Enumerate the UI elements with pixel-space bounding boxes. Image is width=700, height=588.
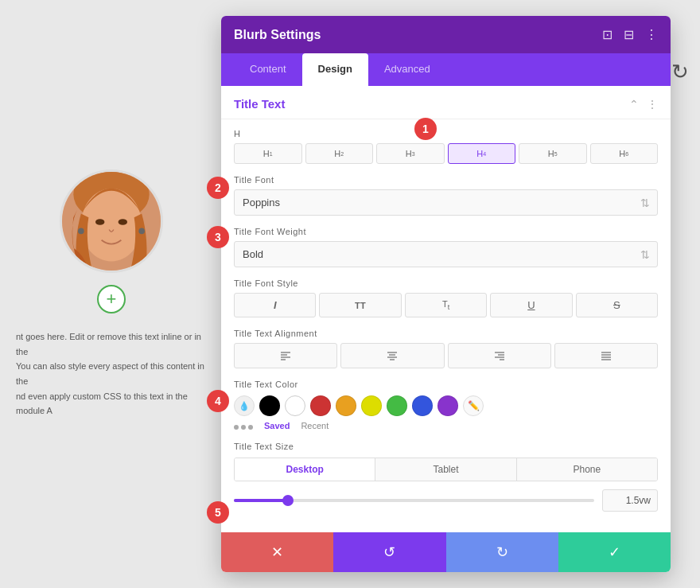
color-black[interactable] [259,395,280,416]
color-orange[interactable] [336,395,356,416]
title-text-size-row: Title Text Size Desktop Tablet Phone [234,442,658,512]
title-text-size-label: Title Text Size [234,442,658,451]
section-icons: ⌃ ⋮ [629,98,658,111]
confirm-button[interactable]: ✓ [558,532,671,572]
redo-icon: ↻ [496,543,508,561]
color-white[interactable] [285,395,305,416]
svg-point-5 [78,228,84,235]
header-icons: ⊡ ⊟ ⋮ [602,27,658,42]
title-text-alignment-row: Title Text Alignment [234,329,658,368]
align-justify-button[interactable] [554,343,658,368]
title-text-color-row: Title Text Color 💧 ✏️ [234,380,658,430]
panel-body: Title Text ⌃ ⋮ H H1 H2 H3 H4 H5 H6 [221,86,671,532]
title-font-style-row: Title Font Style I TT Tt U S [234,278,658,317]
confirm-icon: ✓ [609,543,620,561]
background-blurb-text: nt goes here. Edit or remove this text i… [16,329,207,419]
svg-point-6 [138,228,145,235]
saved-tab[interactable]: Saved [264,421,290,430]
align-right-button[interactable] [448,343,551,368]
device-tabs: Desktop Tablet Phone [234,458,658,481]
svg-point-2 [81,189,142,262]
step-badge-1: 1 [414,118,437,140]
h5-button[interactable]: H5 [519,143,587,164]
h4-button[interactable]: H4 [448,143,516,164]
heading-buttons: H1 H2 H3 H4 H5 H6 [234,143,658,164]
tab-content[interactable]: Content [234,53,302,86]
tab-design[interactable]: Design [302,53,368,86]
title-font-weight-select[interactable]: Bold [234,241,658,267]
heading-level-label: H [234,129,658,138]
avatar [60,169,163,273]
panel-title: Blurb Settings [234,28,321,42]
step-badge-5: 5 [207,501,229,524]
svg-point-3 [95,219,104,225]
section-more-icon[interactable]: ⋮ [647,98,658,111]
uppercase-button[interactable]: TT [319,293,401,317]
h3-button[interactable]: H3 [376,143,445,164]
slider-thumb[interactable] [282,495,294,506]
step-badge-3: 3 [207,226,229,248]
h6-button[interactable]: H6 [590,143,659,164]
more-icon[interactable]: ⋮ [645,27,658,42]
title-font-row: Title Font Poppins ⇅ [234,175,658,216]
align-center-button[interactable] [340,343,444,368]
fullscreen-icon[interactable]: ⊡ [602,27,612,42]
title-font-weight-select-wrapper: Bold ⇅ [234,241,658,267]
title-font-select[interactable]: Poppins [234,189,658,216]
form-body: H H1 H2 H3 H4 H5 H6 Title Font Poppins [221,119,671,532]
cancel-button[interactable]: ✕ [221,532,333,572]
section-header: Title Text ⌃ ⋮ [221,86,671,119]
slider-row [234,489,658,512]
step-badge-4: 4 [207,390,229,412]
eyedropper-button[interactable]: 💧 [234,395,255,416]
italic-button[interactable]: I [234,293,316,317]
title-font-label: Title Font [234,175,658,185]
background-content: + nt goes here. Edit or remove this text… [0,0,223,588]
reset-button[interactable]: ↺ [333,532,445,572]
color-red[interactable] [310,395,331,416]
grid-icon[interactable]: ⊟ [624,27,634,42]
phone-tab[interactable]: Phone [517,458,657,481]
color-pen[interactable]: ✏️ [463,395,484,416]
bottom-bar: ✕ ↺ ↻ ✓ [221,532,671,572]
collapse-icon[interactable]: ⌃ [629,98,639,111]
more-colors-dots[interactable] [234,425,253,430]
title-text-color-label: Title Text Color [234,380,658,389]
recent-tab[interactable]: Recent [301,421,329,430]
title-text-alignment-label: Title Text Alignment [234,329,658,338]
color-green[interactable] [387,395,407,416]
underline-button[interactable]: U [490,293,572,317]
reset-icon: ↺ [383,543,395,561]
slider-value-input[interactable] [602,489,658,512]
strikethrough-button[interactable]: S [576,293,658,317]
blurb-settings-panel: Blurb Settings ⊡ ⊟ ⋮ Content Design Adva… [221,16,671,572]
slider-track[interactable] [234,499,594,502]
style-buttons: I TT Tt U S [234,293,658,317]
capitalize-button[interactable]: Tt [405,293,487,317]
heading-level-row: H H1 H2 H3 H4 H5 H6 [234,129,658,164]
cancel-icon: ✕ [271,543,283,561]
align-left-button[interactable] [234,343,337,368]
h2-button[interactable]: H2 [305,143,374,164]
panel-header: Blurb Settings ⊡ ⊟ ⋮ [221,16,671,53]
color-swatches: 💧 ✏️ [234,395,658,416]
color-purple[interactable] [438,395,458,416]
tab-advanced[interactable]: Advanced [368,53,446,86]
color-blue[interactable] [412,395,433,416]
slider-fill [234,499,288,502]
section-title: Title Text [234,97,285,111]
title-font-style-label: Title Font Style [234,278,658,288]
tablet-tab[interactable]: Tablet [375,458,516,481]
title-font-select-wrapper: Poppins ⇅ [234,189,658,216]
redo-button[interactable]: ↻ [446,532,558,572]
title-font-weight-row: Title Font Weight Bold ⇅ [234,227,658,267]
desktop-tab[interactable]: Desktop [235,458,375,481]
color-yellow[interactable] [361,395,382,416]
align-buttons [234,343,658,368]
add-image-button[interactable]: + [97,285,126,313]
step-badge-2: 2 [207,177,229,199]
h1-button[interactable]: H1 [234,143,302,164]
title-font-weight-label: Title Font Weight [234,227,658,236]
settings-tabs: Content Design Advanced [221,53,671,86]
svg-point-4 [119,219,127,225]
